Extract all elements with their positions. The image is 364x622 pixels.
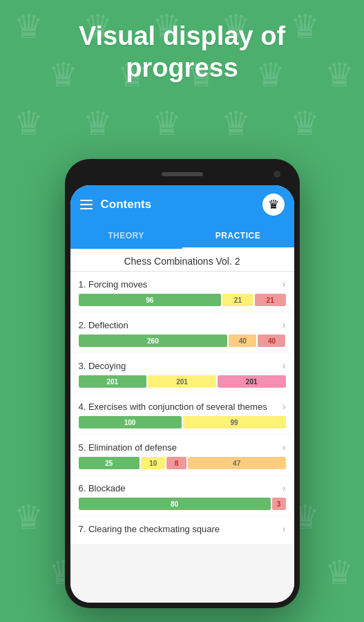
list-item-header: 5. Elimination of defense › [79, 442, 286, 453]
list-item-title: 3. Decoying [79, 361, 126, 371]
phone-notch [70, 164, 294, 184]
bar-failed: 201 [218, 375, 286, 388]
tab-practice[interactable]: PRACTICE [182, 224, 294, 249]
progress-bar-row: 201 201 201 [79, 375, 286, 388]
progress-bar-row: 80 3 [79, 498, 286, 510]
progress-bar-row: 100 99 [79, 416, 286, 428]
list-item-title: 6. Blockade [79, 483, 126, 493]
list-item-title: 1. Forcing moves [79, 279, 148, 290]
bar-partial: 10 [141, 457, 165, 469]
content-area[interactable]: Chess Combinations Vol. 2 1. Forcing mov… [70, 249, 294, 603]
bar-failed: 3 [272, 498, 286, 510]
list-item-title: 7. Clearing the checkmating square [79, 524, 220, 534]
chevron-right-icon: › [282, 401, 286, 412]
bar-completed: 25 [79, 457, 140, 469]
section-title: Chess Combinations Vol. 2 [70, 249, 294, 272]
app-header: Contents ♛ [70, 185, 294, 224]
chevron-right-icon: › [282, 482, 286, 493]
list-item[interactable]: 1. Forcing moves › 96 21 21 [70, 272, 294, 312]
menu-button[interactable] [80, 200, 93, 209]
chevron-right-icon: › [282, 279, 286, 290]
chevron-right-icon: › [282, 442, 286, 453]
app-title: Contents [101, 198, 152, 211]
chevron-right-icon: › [282, 523, 286, 534]
list-item[interactable]: 4. Exercises with conjunction of several… [70, 394, 294, 434]
phone-mockup: Contents ♛ THEORY PRACTICE Chess Combina… [65, 159, 300, 608]
list-item[interactable]: 2. Deflection › 260 40 40 [70, 312, 294, 352]
tab-theory[interactable]: THEORY [70, 224, 182, 249]
bar-failed: 8 [166, 457, 186, 469]
bar-completed: 96 [79, 294, 222, 306]
progress-bar-row: 260 40 40 [79, 334, 286, 347]
list-item[interactable]: 3. Decoying › 201 201 201 [70, 353, 294, 393]
page-title: Visual display of progress [0, 21, 364, 84]
list-item[interactable]: 7. Clearing the checkmating square › [70, 516, 294, 544]
list-item-title: 5. Elimination of defense [79, 442, 177, 453]
list-item-header: 6. Blockade › [79, 482, 286, 493]
list-item-header: 7. Clearing the checkmating square › [79, 523, 286, 534]
bar-completed: 80 [79, 498, 271, 510]
bar-partial: 40 [229, 334, 256, 347]
bar-partial: 21 [222, 294, 253, 306]
bar-failed: 40 [258, 334, 285, 347]
progress-bar-row: 25 10 8 47 [79, 457, 286, 469]
bar-completed: 260 [79, 334, 228, 347]
list-item[interactable]: 6. Blockade › 80 3 [70, 475, 294, 516]
list-item[interactable]: 5. Elimination of defense › 25 10 8 47 [70, 435, 294, 475]
list-item-header: 2. Deflection › [79, 319, 286, 330]
list-item-header: 4. Exercises with conjunction of several… [79, 401, 286, 412]
app-header-left: Contents [80, 198, 152, 211]
app-logo: ♛ [262, 194, 285, 216]
tabs-bar: THEORY PRACTICE [70, 224, 294, 249]
list-item-header: 1. Forcing moves › [79, 279, 286, 290]
chevron-right-icon: › [282, 360, 286, 371]
phone-screen: Contents ♛ THEORY PRACTICE Chess Combina… [70, 185, 294, 603]
list-item-title: 2. Deflection [79, 320, 128, 330]
chevron-right-icon: › [282, 319, 286, 330]
list-item-header: 3. Decoying › [79, 360, 286, 371]
bar-failed: 21 [255, 294, 286, 306]
list-item-title: 4. Exercises with conjunction of several… [79, 402, 267, 412]
bar-completed: 201 [79, 375, 147, 388]
bar-partial: 99 [183, 416, 286, 428]
bar-completed: 100 [79, 416, 182, 428]
progress-bar-row: 96 21 21 [79, 294, 286, 306]
bar-remaining: 47 [188, 457, 286, 469]
bar-partial: 201 [148, 375, 216, 388]
phone-camera [274, 171, 280, 178]
phone-speaker [162, 172, 203, 176]
